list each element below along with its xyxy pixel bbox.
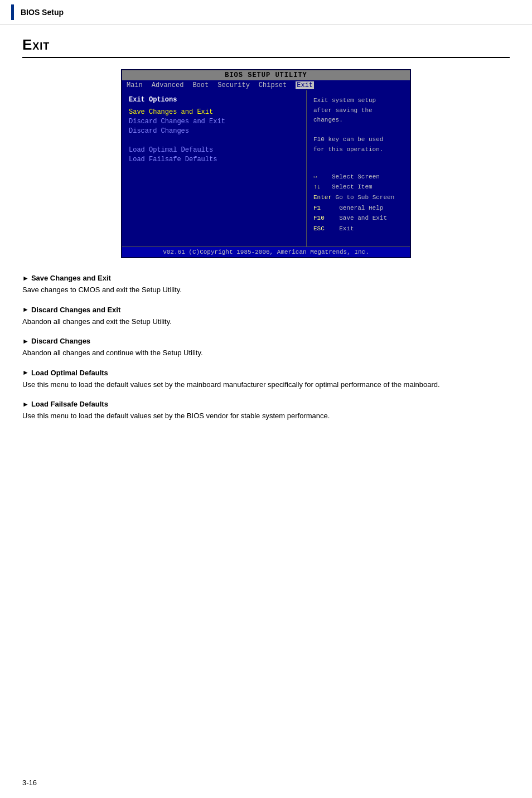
shortcut-updown: ↑↓ Select Item: [313, 182, 403, 192]
arrow-icon-failsafe: ►: [22, 400, 29, 408]
shortcut-f1: F1 General Help: [313, 203, 403, 214]
desc-discard-exit: ► Discard Changes and Exit Abandon all c…: [22, 306, 510, 327]
bios-menu-main[interactable]: Main: [127, 81, 143, 89]
bios-menu-advanced[interactable]: Advanced: [152, 81, 184, 89]
desc-discard-changes: ► Discard Changes Abandon all changes an…: [22, 337, 510, 359]
header-accent: [11, 4, 14, 20]
shortcut-arrows: ↔ Select Screen: [313, 172, 403, 182]
desc-heading-discard: ► Discard Changes: [22, 337, 510, 345]
bios-section-title: Exit Options: [129, 96, 299, 104]
bios-right-panel: Exit system setup after saving the chang…: [307, 90, 410, 246]
bios-option-discard[interactable]: Discard Changes: [129, 127, 299, 135]
arrow-icon-discard: ►: [22, 337, 29, 345]
desc-text-failsafe: Use this menu to load the default values…: [22, 410, 510, 422]
bios-footer: v02.61 (C)Copyright 1985-2006, American …: [122, 246, 410, 257]
shortcut-f10: F10 Save and Exit: [313, 213, 403, 224]
desc-heading-optimal: ► Load Optimal Defaults: [22, 369, 510, 377]
desc-text-save: Save changes to CMOS and exit the Setup …: [22, 284, 510, 296]
bios-option-spacer: [129, 137, 299, 144]
arrow-icon-optimal: ►: [22, 369, 29, 376]
page-container: BIOS Setup Exit BIOS SETUP UTILITY Main …: [0, 0, 532, 798]
header-bar: BIOS Setup: [0, 0, 532, 25]
bios-menu-exit[interactable]: Exit: [296, 81, 314, 89]
bios-left-panel: Exit Options Save Changes and Exit Disca…: [122, 90, 307, 246]
bios-option-discard-exit[interactable]: Discard Changes and Exit: [129, 118, 299, 125]
header-title: BIOS Setup: [21, 8, 64, 17]
desc-save-changes-exit: ► Save Changes and Exit Save changes to …: [22, 274, 510, 296]
bios-key-shortcuts: ↔ Select Screen ↑↓ Select Item Enter Go …: [313, 172, 403, 234]
shortcut-esc: ESC Exit: [313, 224, 403, 234]
bios-body: Exit Options Save Changes and Exit Disca…: [122, 90, 410, 246]
bios-menu-security[interactable]: Security: [217, 81, 250, 89]
bios-options-list: Save Changes and Exit Discard Changes an…: [129, 108, 299, 163]
desc-failsafe-defaults: ► Load Failsafe Defaults Use this menu t…: [22, 400, 510, 422]
bios-option-optimal[interactable]: Load Optimal Defaults: [129, 146, 299, 154]
bios-option-failsafe[interactable]: Load Failsafe Defaults: [129, 156, 299, 163]
exit-heading: Exit: [22, 36, 510, 58]
desc-text-discard: Abandon all changes and continue with th…: [22, 347, 510, 359]
desc-text-optimal: Use this menu to load the default values…: [22, 379, 510, 390]
bios-screenshot: BIOS SETUP UTILITY Main Advanced Boot Se…: [121, 69, 411, 258]
bios-option-save[interactable]: Save Changes and Exit: [129, 108, 299, 116]
page-number: 3-16: [22, 778, 37, 787]
desc-heading-save: ► Save Changes and Exit: [22, 274, 510, 282]
bios-menu-boot[interactable]: Boot: [192, 81, 209, 89]
arrow-icon-save: ►: [22, 274, 29, 282]
arrow-icon-discard-exit: ►: [22, 306, 29, 313]
desc-optimal-defaults: ► Load Optimal Defaults Use this menu to…: [22, 369, 510, 390]
desc-text-discard-exit: Abandon all changes and exit the Setup U…: [22, 316, 510, 327]
main-content: Exit BIOS SETUP UTILITY Main Advanced Bo…: [0, 25, 532, 448]
bios-menu-bar: Main Advanced Boot Security Chipset Exit: [122, 80, 410, 90]
shortcut-enter: Enter Go to Sub Screen: [313, 192, 403, 203]
desc-heading-discard-exit: ► Discard Changes and Exit: [22, 306, 510, 314]
bios-menu-chipset[interactable]: Chipset: [259, 81, 287, 89]
desc-heading-failsafe: ► Load Failsafe Defaults: [22, 400, 510, 408]
bios-title-bar: BIOS SETUP UTILITY: [122, 70, 410, 80]
bios-right-description: Exit system setup after saving the chang…: [313, 96, 403, 155]
